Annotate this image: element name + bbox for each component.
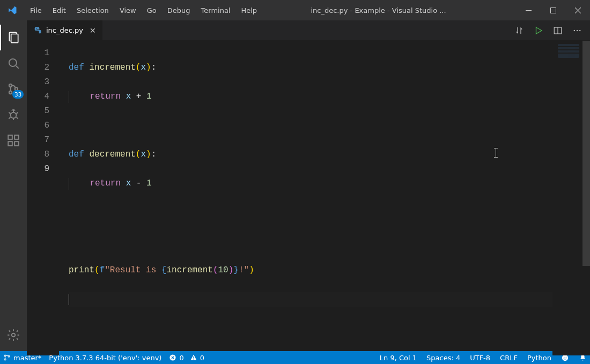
activity-settings[interactable] <box>0 322 27 348</box>
svg-point-20 <box>579 29 580 31</box>
activity-explorer[interactable] <box>0 25 27 50</box>
python-file-icon <box>33 26 42 35</box>
vertical-scrollbar[interactable] <box>582 41 590 355</box>
svg-point-6 <box>9 84 12 87</box>
window-controls <box>516 0 590 20</box>
svg-marker-15 <box>536 27 542 34</box>
menu-debug[interactable]: Debug <box>162 0 196 20</box>
gutter: 1 2 3 4 5 6 7 8 9 <box>27 41 59 355</box>
body: 33 inc_dec.py ✕ <box>0 20 590 351</box>
minimize-button[interactable] <box>516 0 541 20</box>
window-title: inc_dec.py - Example - Visual Studio ... <box>262 6 516 14</box>
svg-rect-12 <box>14 142 19 146</box>
line-number: 3 <box>27 75 49 90</box>
window: File Edit Selection View Go Debug Termin… <box>0 0 590 364</box>
minimap-content <box>558 44 579 58</box>
svg-rect-25 <box>193 356 194 359</box>
menu-go[interactable]: Go <box>142 0 162 20</box>
line-number: 6 <box>27 118 49 133</box>
svg-point-22 <box>4 359 6 360</box>
svg-point-29 <box>566 356 567 358</box>
titlebar: File Edit Selection View Go Debug Termin… <box>0 0 590 20</box>
tab-inc-dec[interactable]: inc_dec.py ✕ <box>27 20 103 40</box>
code-content[interactable]: def increment(x): return x + 1 def decre… <box>59 41 552 355</box>
editor-actions <box>513 20 590 40</box>
line-number: 9 <box>27 162 49 176</box>
run-icon[interactable] <box>532 20 545 41</box>
text-cursor-icon <box>496 148 496 158</box>
svg-rect-13 <box>14 135 19 139</box>
svg-point-21 <box>4 355 6 356</box>
activity-search[interactable] <box>0 50 27 76</box>
activity-bar: 33 <box>0 20 27 351</box>
menu-edit[interactable]: Edit <box>47 0 71 20</box>
tab-filename: inc_dec.py <box>46 26 83 34</box>
svg-point-4 <box>9 59 17 66</box>
scrollbar-thumb[interactable] <box>582 41 590 266</box>
split-editor-icon[interactable] <box>551 20 564 41</box>
menu-terminal[interactable]: Terminal <box>196 0 236 20</box>
menu-selection[interactable]: Selection <box>71 0 114 20</box>
svg-rect-10 <box>8 135 12 139</box>
line-number: 7 <box>27 133 49 147</box>
activity-extensions[interactable] <box>0 128 27 153</box>
activity-debug[interactable] <box>0 102 27 128</box>
more-actions-icon[interactable] <box>571 20 584 41</box>
scm-badge: 33 <box>12 90 24 99</box>
compare-changes-icon[interactable] <box>513 20 526 41</box>
svg-rect-26 <box>193 359 194 359</box>
svg-point-19 <box>577 29 578 31</box>
minimap[interactable] <box>552 41 582 355</box>
line-number: 2 <box>27 61 49 75</box>
menubar: File Edit Selection View Go Debug Termin… <box>25 0 262 20</box>
menu-view[interactable]: View <box>114 0 142 20</box>
menu-file[interactable]: File <box>25 0 47 20</box>
svg-rect-3 <box>11 34 18 43</box>
maximize-button[interactable] <box>541 0 565 20</box>
activity-source-control[interactable]: 33 <box>0 76 27 102</box>
svg-point-18 <box>574 29 575 31</box>
editor-area: inc_dec.py ✕ <box>27 20 590 351</box>
editor[interactable]: 1 2 3 4 5 6 7 8 9 def increment(x): retu… <box>27 41 590 355</box>
tabs-row: inc_dec.py ✕ <box>27 20 590 41</box>
svg-point-28 <box>564 356 565 358</box>
svg-point-9 <box>11 113 17 118</box>
line-number: 4 <box>27 90 49 104</box>
line-number: 8 <box>27 147 49 162</box>
svg-rect-1 <box>550 8 556 13</box>
line-number: 1 <box>27 46 49 61</box>
vscode-logo-icon <box>5 5 19 15</box>
svg-rect-0 <box>526 10 532 11</box>
svg-point-7 <box>9 91 12 94</box>
svg-point-14 <box>12 333 16 337</box>
svg-point-27 <box>562 354 568 360</box>
tab-close-icon[interactable]: ✕ <box>90 26 96 35</box>
svg-line-5 <box>16 66 19 69</box>
menu-help[interactable]: Help <box>235 0 262 20</box>
close-button[interactable] <box>565 0 590 20</box>
svg-rect-11 <box>8 142 12 146</box>
line-number: 5 <box>27 104 49 118</box>
